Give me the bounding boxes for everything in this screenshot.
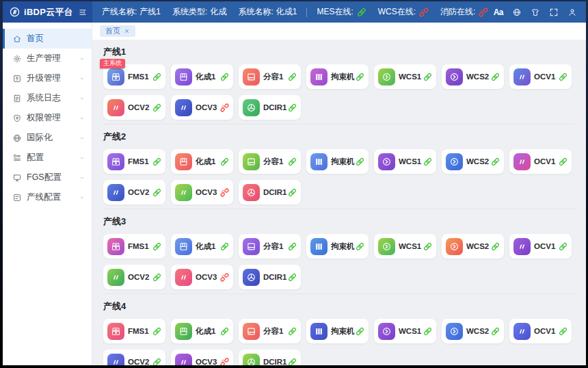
system-card[interactable]: OCV2 bbox=[103, 95, 165, 120]
system-card[interactable]: DCIR1 bbox=[239, 180, 301, 205]
system-card[interactable]: OCV1 bbox=[509, 64, 572, 89]
link-online-icon[interactable] bbox=[356, 327, 364, 336]
system-card[interactable]: DCIR1 bbox=[239, 265, 301, 289]
system-card[interactable]: WCS1 bbox=[374, 64, 436, 89]
link-online-icon[interactable] bbox=[356, 242, 364, 251]
link-online-icon[interactable] bbox=[152, 327, 161, 336]
link-online-icon[interactable] bbox=[152, 273, 161, 282]
system-card[interactable]: 分容1 bbox=[239, 319, 301, 343]
link-online-icon[interactable] bbox=[356, 157, 364, 166]
system-card[interactable]: OCV2 bbox=[103, 350, 165, 365]
system-card[interactable]: 化成1 bbox=[171, 149, 233, 174]
link-online-icon[interactable] bbox=[152, 103, 161, 112]
system-card[interactable]: 拘束机 bbox=[306, 64, 369, 89]
link-online-icon[interactable] bbox=[288, 103, 297, 112]
system-card[interactable]: OCV3 bbox=[171, 265, 233, 289]
menu-fold-icon[interactable] bbox=[78, 8, 88, 17]
system-card[interactable]: 分容1 bbox=[239, 149, 301, 174]
sidebar-item-config[interactable]: 配置 bbox=[3, 148, 92, 168]
header-tool-fullscreen-icon[interactable] bbox=[549, 8, 559, 17]
system-card[interactable]: 分容1 bbox=[239, 234, 301, 259]
system-card[interactable]: OCV3 bbox=[171, 95, 233, 120]
system-card[interactable]: WCS1 bbox=[374, 234, 436, 259]
system-card[interactable]: 拘束机 bbox=[306, 234, 369, 259]
system-card[interactable]: OCV3 bbox=[171, 180, 233, 205]
system-card[interactable]: 化成1 bbox=[171, 64, 233, 89]
sidebar-item-gear[interactable]: 生产管理 bbox=[3, 49, 92, 68]
system-card[interactable]: OCV1 bbox=[509, 234, 572, 259]
link-online-icon[interactable] bbox=[288, 73, 297, 81]
chevron-down-icon bbox=[79, 95, 85, 102]
system-card[interactable]: 化成1 bbox=[171, 319, 233, 343]
link-online-icon[interactable] bbox=[491, 73, 500, 81]
link-online-icon[interactable] bbox=[288, 188, 297, 197]
link-online-icon[interactable] bbox=[288, 273, 297, 282]
link-online-icon[interactable] bbox=[152, 358, 161, 366]
link-online-icon[interactable] bbox=[152, 188, 161, 197]
link-online-icon[interactable] bbox=[423, 242, 432, 251]
sidebar-item-shield[interactable]: 权限管理 bbox=[3, 108, 92, 128]
link-online-icon[interactable] bbox=[288, 327, 297, 336]
link-online-icon[interactable] bbox=[559, 327, 567, 336]
system-card[interactable]: DCIR1 bbox=[239, 350, 301, 365]
link-online-icon[interactable] bbox=[423, 157, 432, 166]
header-tool-theme-icon[interactable] bbox=[531, 8, 540, 17]
link-online-icon[interactable] bbox=[423, 73, 432, 81]
link-broken-icon[interactable] bbox=[220, 188, 229, 197]
link-broken-icon[interactable] bbox=[220, 103, 229, 112]
link-online-icon[interactable] bbox=[288, 157, 297, 166]
link-online-icon[interactable] bbox=[288, 358, 297, 366]
sidebar-item-upgrade[interactable]: 升级管理 bbox=[3, 68, 92, 88]
link-online-icon[interactable] bbox=[152, 242, 161, 251]
link-online-icon[interactable] bbox=[152, 73, 161, 81]
system-card[interactable]: WCS1 bbox=[374, 319, 436, 343]
system-card[interactable]: FMS1 bbox=[103, 149, 165, 174]
system-card-name: OCV3 bbox=[196, 358, 220, 365]
system-card[interactable]: 分容1 bbox=[239, 64, 301, 89]
link-online-icon[interactable] bbox=[220, 157, 229, 166]
sidebar-item-lineconfig[interactable]: 产线配置 bbox=[3, 187, 92, 207]
tab-close-icon[interactable] bbox=[124, 28, 130, 34]
link-online-icon[interactable] bbox=[559, 157, 567, 166]
sidebar-item-home[interactable]: 首页 bbox=[3, 29, 92, 49]
tab-home[interactable]: 首页 bbox=[100, 25, 135, 37]
system-card[interactable]: WCS2 bbox=[442, 149, 504, 174]
link-broken-icon[interactable] bbox=[220, 358, 229, 366]
link-online-icon[interactable] bbox=[559, 242, 567, 251]
system-card[interactable]: OCV3 bbox=[171, 350, 233, 365]
header-tool-user-icon[interactable] bbox=[567, 8, 577, 17]
system-card[interactable]: 化成1 bbox=[171, 234, 233, 259]
system-card[interactable]: OCV1 bbox=[509, 149, 572, 174]
sidebar-item-globe[interactable]: 国际化 bbox=[3, 128, 92, 148]
system-card[interactable]: OCV1 bbox=[509, 319, 572, 343]
link-online-icon[interactable] bbox=[423, 327, 432, 336]
link-online-icon[interactable] bbox=[220, 73, 229, 81]
link-online-icon[interactable] bbox=[356, 73, 364, 81]
system-card[interactable]: OCV2 bbox=[103, 265, 165, 289]
system-card[interactable]: FMS1 bbox=[103, 319, 165, 343]
link-online-icon[interactable] bbox=[491, 157, 500, 166]
system-card[interactable]: OCV2 bbox=[103, 180, 165, 205]
sidebar-item-monitor[interactable]: FGS配置 bbox=[3, 168, 92, 187]
link-online-icon[interactable] bbox=[491, 242, 500, 251]
system-card[interactable]: WCS2 bbox=[442, 234, 504, 259]
system-card[interactable]: 拘束机 bbox=[306, 149, 369, 174]
link-broken-icon[interactable] bbox=[220, 273, 229, 282]
system-card[interactable]: WCS2 bbox=[442, 319, 504, 343]
section-title: 产线1 bbox=[103, 46, 575, 58]
link-online-icon[interactable] bbox=[220, 327, 229, 336]
header-tool-font-size-icon[interactable]: Aa bbox=[494, 8, 503, 17]
link-online-icon[interactable] bbox=[152, 157, 161, 166]
system-card[interactable]: WCS1 bbox=[374, 149, 436, 174]
system-card[interactable]: 拘束机 bbox=[306, 319, 369, 343]
system-card[interactable]: 主系统FMS1 bbox=[103, 64, 165, 89]
link-online-icon[interactable] bbox=[220, 242, 229, 251]
header-tool-language-icon[interactable] bbox=[512, 8, 522, 17]
system-card[interactable]: DCIR1 bbox=[239, 95, 301, 120]
link-online-icon[interactable] bbox=[559, 73, 567, 81]
sidebar-item-log[interactable]: 系统日志 bbox=[3, 88, 92, 108]
link-online-icon[interactable] bbox=[288, 242, 297, 251]
system-card[interactable]: WCS2 bbox=[442, 64, 504, 89]
system-card[interactable]: FMS1 bbox=[103, 234, 165, 259]
link-online-icon[interactable] bbox=[491, 327, 500, 336]
